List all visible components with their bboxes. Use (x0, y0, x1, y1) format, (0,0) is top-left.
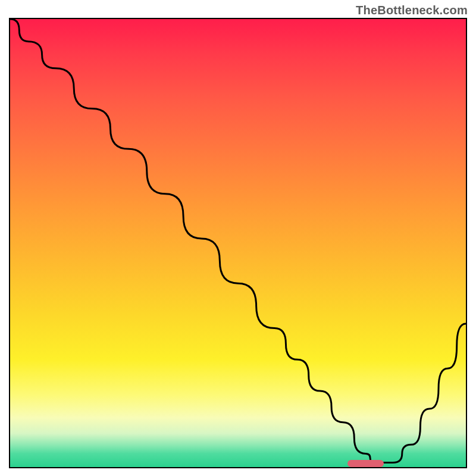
chart-curve-svg (10, 19, 466, 467)
watermark-text: TheBottleneck.com (356, 4, 468, 17)
chart-frame (9, 18, 467, 468)
bottleneck-curve-path (10, 19, 466, 462)
optimal-range-marker (347, 460, 384, 467)
